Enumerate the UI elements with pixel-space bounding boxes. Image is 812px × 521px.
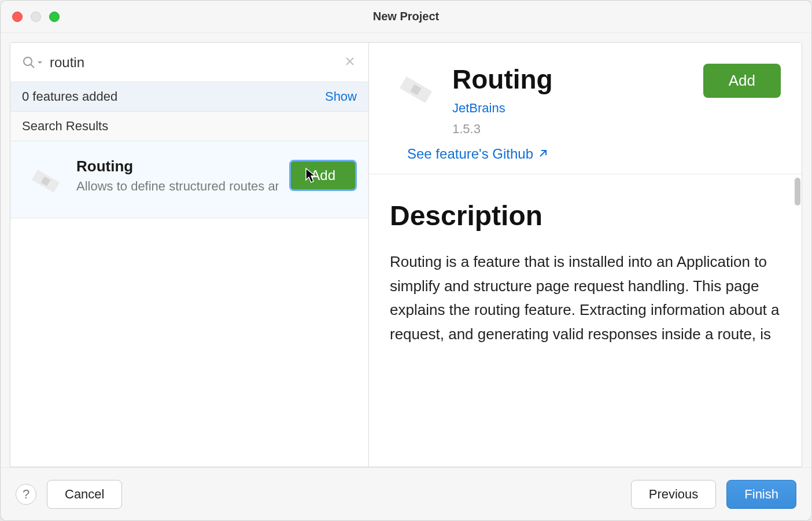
clear-search-icon[interactable] xyxy=(343,53,357,71)
github-link-label: See feature's Github xyxy=(407,146,533,162)
svg-point-0 xyxy=(24,57,32,65)
description-heading: Description xyxy=(390,200,781,232)
close-window-button[interactable] xyxy=(12,12,23,22)
features-added-label: 0 features added xyxy=(22,89,117,104)
result-description: Allows to define structured routes and a… xyxy=(76,179,279,194)
dialog-window: New Project xyxy=(0,0,812,521)
add-feature-button-large[interactable]: Add xyxy=(703,64,781,98)
add-button-label: Add xyxy=(311,167,335,183)
search-icon xyxy=(22,56,43,69)
detail-version: 1.5.3 xyxy=(452,122,693,137)
features-panel: 0 features added Show Search Results xyxy=(10,43,369,467)
maximize-window-button[interactable] xyxy=(49,12,60,22)
previous-button[interactable]: Previous xyxy=(631,480,717,509)
window-title: New Project xyxy=(373,10,439,23)
dialog-footer: ? Cancel Previous Finish xyxy=(1,467,811,520)
search-input[interactable] xyxy=(50,54,343,71)
detail-meta: Routing JetBrains 1.5.3 xyxy=(452,64,693,137)
features-added-row: 0 features added Show xyxy=(10,82,368,112)
scrollbar-thumb[interactable] xyxy=(795,178,800,206)
window-controls xyxy=(12,12,60,22)
detail-header: Routing JetBrains 1.5.3 Add See feature'… xyxy=(369,43,802,174)
external-link-icon xyxy=(538,146,547,162)
github-link[interactable]: See feature's Github xyxy=(407,146,547,162)
vendor-link[interactable]: JetBrains xyxy=(452,101,505,116)
plugin-icon xyxy=(25,161,66,201)
description-text: Routing is a feature that is installed i… xyxy=(390,250,781,346)
titlebar: New Project xyxy=(1,1,811,33)
result-title: Routing xyxy=(76,157,279,175)
search-row xyxy=(10,43,368,82)
plugin-icon xyxy=(390,64,442,116)
result-text: Routing Allows to define structured rout… xyxy=(76,157,279,194)
dialog-body: 0 features added Show Search Results xyxy=(1,33,811,467)
detail-body[interactable]: Description Routing is a feature that is… xyxy=(369,174,802,467)
content-area: 0 features added Show Search Results xyxy=(10,42,802,467)
cancel-button[interactable]: Cancel xyxy=(47,480,122,509)
detail-panel: Routing JetBrains 1.5.3 Add See feature'… xyxy=(369,43,802,467)
minimize-window-button[interactable] xyxy=(31,12,41,22)
svg-line-1 xyxy=(31,64,34,68)
svg-line-8 xyxy=(540,151,546,156)
detail-title: Routing xyxy=(452,64,693,95)
help-button[interactable]: ? xyxy=(16,484,36,505)
feature-result-item[interactable]: Routing Allows to define structured rout… xyxy=(10,141,368,218)
add-feature-button[interactable]: Add xyxy=(289,160,357,191)
search-results-header: Search Results xyxy=(10,112,368,141)
detail-top-row: Routing JetBrains 1.5.3 Add xyxy=(390,64,781,137)
finish-button[interactable]: Finish xyxy=(726,480,796,509)
show-link[interactable]: Show xyxy=(325,89,357,104)
